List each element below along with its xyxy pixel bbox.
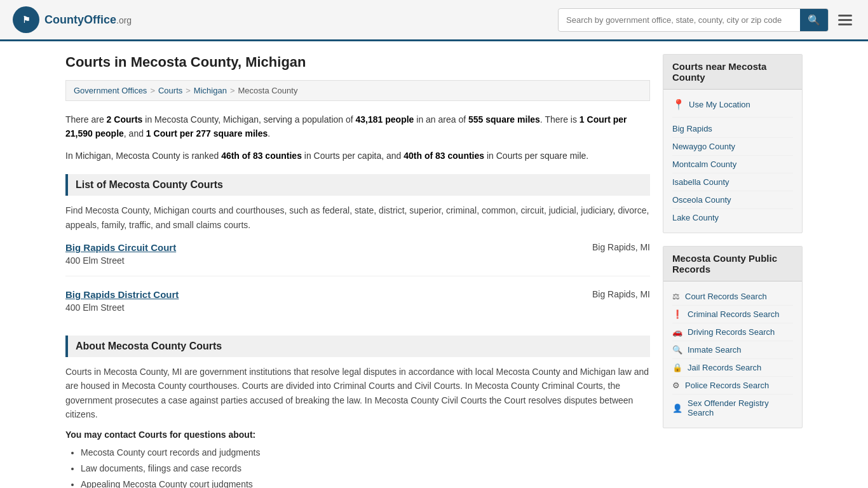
logo-text[interactable]: CountyOffice.org [44,13,132,27]
jail-records-icon: 🔒 [672,363,682,372]
police-records-search-link[interactable]: ⚙ Police Records Search [672,377,793,395]
court-name-1[interactable]: Big Rapids Circuit Court [65,242,176,253]
nearby-link-lake-county[interactable]: Lake County [672,209,793,226]
criminal-records-search-link[interactable]: ❗ Criminal Records Search [672,306,793,323]
nearby-courts-title: Courts near Mecosta County [663,55,802,90]
court-row-1: Big Rapids Circuit Court 400 Elm Street … [65,242,650,266]
sex-offender-icon: 👤 [672,403,682,413]
police-records-icon: ⚙ [672,381,680,390]
court-entry-1: Big Rapids Circuit Court 400 Elm Street … [65,242,650,276]
criminal-records-icon: ❗ [672,309,682,319]
breadcrumb-county: Mecosta County [238,86,297,95]
page-title: Courts in Mecosta County, Michigan [65,54,650,71]
breadcrumb-michigan[interactable]: Michigan [194,86,227,95]
menu-line-3 [838,24,852,25]
court-address-2: 400 Elm Street [65,302,179,313]
search-area: 🔍 [558,8,855,32]
location-icon: 📍 [672,98,685,111]
court-records-search-link[interactable]: ⚖ Court Records Search [672,288,793,306]
breadcrumb: Government Offices > Courts > Michigan >… [65,80,650,101]
courts-list: Big Rapids Circuit Court 400 Elm Street … [65,242,650,323]
nearby-link-isabella[interactable]: Isabella County [672,173,793,191]
nearby-link-big-rapids[interactable]: Big Rapids [672,120,793,138]
inmate-search-link[interactable]: 🔍 Inmate Search [672,341,793,359]
about-text: Courts in Mecosta County, MI are governm… [65,365,650,422]
sidebar: Courts near Mecosta County 📍 Use My Loca… [663,54,803,488]
public-records-title: Mecosta County Public Records [663,247,802,281]
court-name-2[interactable]: Big Rapids District Court [65,289,179,300]
contact-item-1: Mecosta County court records and judgmen… [81,445,650,461]
court-city-1: Big Rapids, MI [592,242,650,252]
nearby-link-newaygo[interactable]: Newaygo County [672,138,793,156]
sex-offender-registry-search-link[interactable]: 👤 Sex Offender Registry Search [672,395,793,421]
about-section-header: About Mecosta County Courts [65,336,650,357]
menu-line-2 [838,19,852,21]
public-records-content: ⚖ Court Records Search ❗ Criminal Record… [663,281,802,428]
nearby-link-montcalm[interactable]: Montcalm County [672,156,793,173]
site-header: ⚑ CountyOffice.org 🔍 [0,0,868,41]
nearby-link-osceola[interactable]: Osceola County [672,191,793,209]
intro-paragraph-2: In Michigan, Mecosta County is ranked 46… [65,149,650,163]
list-section-header: List of Mecosta County Courts [65,174,650,196]
nearby-courts-box: Courts near Mecosta County 📍 Use My Loca… [663,54,803,233]
breadcrumb-government-offices[interactable]: Government Offices [74,86,147,95]
contact-item-2: Law documents, filings and case records [81,461,650,477]
court-address-1: 400 Elm Street [65,255,176,266]
jail-records-search-link[interactable]: 🔒 Jail Records Search [672,359,793,377]
search-input[interactable] [559,10,800,30]
main-content: Courts in Mecosta County, Michigan Gover… [65,54,650,488]
court-city-2: Big Rapids, MI [592,289,650,299]
main-container: Courts in Mecosta County, Michigan Gover… [53,41,815,488]
logo-icon: ⚑ [13,6,39,33]
svg-text:⚑: ⚑ [22,15,31,25]
search-button[interactable]: 🔍 [800,9,828,31]
court-row-2: Big Rapids District Court 400 Elm Street… [65,289,650,313]
contact-item-3: Appealing Mecosta County court judgments [81,477,650,488]
court-entry-2: Big Rapids District Court 400 Elm Street… [65,289,650,323]
intro-paragraph-1: There are 2 Courts in Mecosta County, Mi… [65,112,650,141]
contact-header: You may contact Courts for questions abo… [65,430,650,440]
search-box: 🔍 [558,8,829,32]
list-section-desc: Find Mecosta County, Michigan courts and… [65,203,650,232]
contact-list: Mecosta County court records and judgmen… [65,445,650,488]
use-my-location-link[interactable]: 📍 Use My Location [672,96,793,118]
court-records-icon: ⚖ [672,292,680,301]
driving-records-search-link[interactable]: 🚗 Driving Records Search [672,323,793,341]
menu-line-1 [838,15,852,17]
breadcrumb-courts[interactable]: Courts [158,86,182,95]
driving-records-icon: 🚗 [672,327,682,337]
nearby-courts-content: 📍 Use My Location Big Rapids Newaygo Cou… [663,90,802,233]
menu-button[interactable] [835,11,855,29]
public-records-box: Mecosta County Public Records ⚖ Court Re… [663,246,803,428]
inmate-search-icon: 🔍 [672,345,682,355]
logo-area: ⚑ CountyOffice.org [13,6,132,33]
